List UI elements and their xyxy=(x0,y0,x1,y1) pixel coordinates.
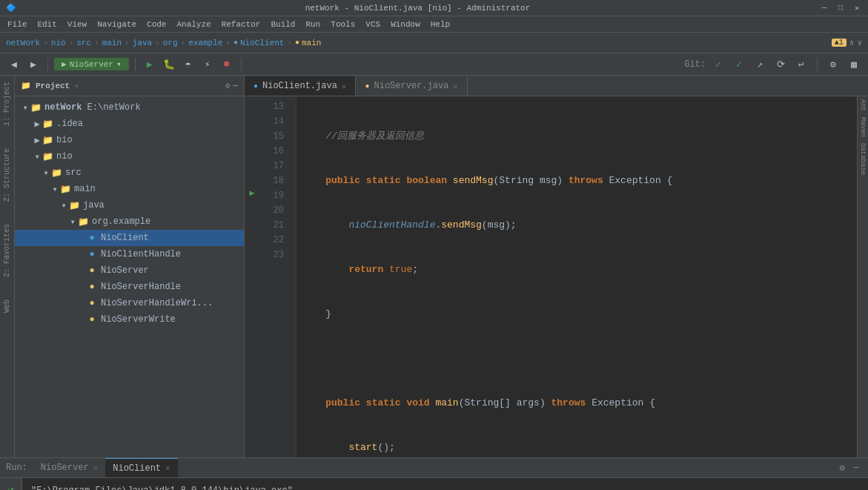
breadcrumb-actions: ▲1 ∧ ∨ xyxy=(832,38,862,47)
bottom-area: Run: NioServer ✕ NioClient ✕ ⚙ — ↺ ↑ ■ ↓… xyxy=(0,457,868,490)
tab-nioclient[interactable]: ● NioClient.java ✕ xyxy=(245,76,356,96)
menu-help[interactable]: Help xyxy=(426,19,454,30)
project-panel-title: Project xyxy=(36,82,70,90)
git-check-icon[interactable]: ✓ xyxy=(710,56,726,73)
menu-analyze[interactable]: Analyze xyxy=(172,19,215,30)
tree-item-org-example[interactable]: ▾ 📁 org.example xyxy=(15,213,244,230)
project-sidebar-label[interactable]: 1: Project xyxy=(3,79,11,129)
settings-button[interactable]: ⚙ xyxy=(825,56,841,73)
tree-item-nioserverwrite[interactable]: ● NioServerWrite xyxy=(15,311,244,328)
profile-button[interactable]: ⚡ xyxy=(199,56,216,73)
undo-button[interactable]: ↩ xyxy=(793,56,809,73)
class-icon-nioserverhandle: ● xyxy=(86,282,98,292)
menu-view[interactable]: View xyxy=(63,19,91,30)
tree-item-nioserverhandlewri[interactable]: ● NioServerHandleWri... xyxy=(15,295,244,311)
run-settings-icon[interactable]: ⚙ xyxy=(837,463,848,474)
menu-window[interactable]: Window xyxy=(386,19,425,30)
breadcrumb-example[interactable]: example xyxy=(188,39,222,47)
run-button[interactable]: ▶ xyxy=(142,56,158,73)
tab-nioserver[interactable]: ● NioServer.java ✕ xyxy=(356,76,467,96)
debug-button[interactable]: 🐛 xyxy=(161,56,177,73)
code-editor[interactable]: ▶ 13 14 15 16 17 18 19 20 21 22 23 xyxy=(245,96,868,457)
breadcrumb-org[interactable]: org xyxy=(163,39,178,47)
menu-run[interactable]: Run xyxy=(301,19,325,30)
tab-close-nioclient[interactable]: ✕ xyxy=(342,82,347,91)
toolbar: ◀ ▶ ▶ NioServer ▾ ▶ 🐛 ☂ ⚡ ■ Git: ✓ ✓ ↗ ⟳… xyxy=(0,53,868,76)
menu-code[interactable]: Code xyxy=(142,19,170,30)
title-bar-right[interactable]: — □ ✕ xyxy=(819,3,862,13)
git-push-icon[interactable]: ↗ xyxy=(752,56,768,73)
minimize-button[interactable]: — xyxy=(819,3,829,13)
run-tab-nioclient-close[interactable]: ✕ xyxy=(165,463,170,473)
project-panel-arrow[interactable]: ▾ xyxy=(74,82,79,90)
tree-item-nio[interactable]: ▾ 📁 nio xyxy=(15,148,244,165)
breadcrumb-netWork[interactable]: netWork xyxy=(6,39,40,47)
git-commit-icon[interactable]: ✓ xyxy=(731,56,747,73)
code-content[interactable]: //回服务器及返回信息 public static boolean sendMs… xyxy=(296,96,857,457)
toolbar-sep-4 xyxy=(817,58,818,71)
run-config-button[interactable]: ▶ NioServer ▾ xyxy=(54,58,129,70)
run-tab-nioclient[interactable]: NioClient ✕ xyxy=(105,458,177,477)
breadcrumb-nioclient[interactable]: ●NioClient xyxy=(233,39,284,47)
menu-build[interactable]: Build xyxy=(266,19,299,30)
project-tree: ▾ 📁 netWork E:\netWork ▶ 📁 .idea ▶ 📁 bio xyxy=(15,96,244,457)
gutter-14 xyxy=(245,111,259,126)
run-restart-icon[interactable]: ↺ xyxy=(3,481,19,490)
tree-item-nioclient[interactable]: ● NioClient xyxy=(15,230,244,246)
gutter-20 xyxy=(245,200,259,215)
line-num-21: 21 xyxy=(259,218,290,233)
tree-item-idea[interactable]: ▶ 📁 .idea xyxy=(15,116,244,132)
tab-close-nioserver[interactable]: ✕ xyxy=(453,82,458,91)
breadcrumb-java[interactable]: java xyxy=(133,39,152,47)
layout-button[interactable]: ▦ xyxy=(846,56,862,73)
favorites-sidebar-label[interactable]: 2: Favorites xyxy=(3,221,11,280)
stop-button[interactable]: ■ xyxy=(219,56,235,73)
database-label[interactable]: Database xyxy=(859,143,867,175)
collapse-icon[interactable]: ∨ xyxy=(857,38,862,47)
forward-button[interactable]: ▶ xyxy=(25,56,42,73)
tree-item-nioserver[interactable]: ● NioServer xyxy=(15,262,244,279)
tree-item-bio[interactable]: ▶ 📁 bio xyxy=(15,132,244,148)
tree-item-root[interactable]: ▾ 📁 netWork E:\netWork xyxy=(15,99,244,116)
tab-icon-nioclient: ● xyxy=(254,82,258,90)
maximize-button[interactable]: □ xyxy=(835,3,846,13)
breadcrumb-src[interactable]: src xyxy=(76,39,91,47)
code-line-18 xyxy=(302,351,851,366)
menu-vcs[interactable]: VCS xyxy=(361,19,385,30)
breadcrumb-main[interactable]: main xyxy=(102,39,122,47)
tree-item-nioclienthandle[interactable]: ● NioClientHandle xyxy=(15,246,244,262)
back-button[interactable]: ◀ xyxy=(6,56,22,73)
breadcrumb-nio[interactable]: nio xyxy=(51,39,66,47)
run-tab-nioserver[interactable]: NioServer ✕ xyxy=(33,458,105,477)
tree-label-nioclienthandle: NioClientHandle xyxy=(101,249,181,259)
tree-item-nioserverhandle[interactable]: ● NioServerHandle xyxy=(15,279,244,295)
run-arrow-icon[interactable]: ▶ xyxy=(249,188,254,199)
git-fetch-icon[interactable]: ⟳ xyxy=(772,56,789,73)
maven-label[interactable]: Maven xyxy=(859,117,867,137)
tree-label-nioserver: NioServer xyxy=(101,265,149,276)
menu-edit[interactable]: Edit xyxy=(33,19,61,30)
title-bar-left: 🔷 xyxy=(6,3,16,13)
breadcrumb-main-method[interactable]: ●main xyxy=(295,39,321,47)
run-tab-nioserver-close[interactable]: ✕ xyxy=(93,463,99,473)
tree-item-java-folder[interactable]: ▾ 📁 java xyxy=(15,197,244,213)
panel-collapse-icon[interactable]: — xyxy=(233,81,238,90)
code-line-15: nioClientHandle.sendMsg(msg); xyxy=(302,218,851,233)
menu-navigate[interactable]: Navigate xyxy=(93,19,141,30)
panel-settings-icon[interactable]: ⚙ xyxy=(225,81,231,90)
expand-icon[interactable]: ∧ xyxy=(849,38,855,47)
menu-refactor[interactable]: Refactor xyxy=(217,19,265,30)
ant-label[interactable]: Ant xyxy=(859,99,867,111)
close-button[interactable]: ✕ xyxy=(852,3,862,13)
tree-label-nioserverhandlewri: NioServerHandleWri... xyxy=(101,298,213,308)
run-close-icon[interactable]: — xyxy=(851,463,862,474)
run-path-line: "E:\Program Files\Java\jdk1.8.0_144\bin\… xyxy=(31,484,859,490)
menu-file[interactable]: File xyxy=(3,19,31,30)
coverage-button[interactable]: ☂ xyxy=(180,56,196,73)
structure-sidebar-label[interactable]: Z: Structure xyxy=(3,145,11,205)
gutter-19[interactable]: ▶ xyxy=(245,185,259,200)
tree-item-main-folder[interactable]: ▾ 📁 main xyxy=(15,181,244,197)
menu-tools[interactable]: Tools xyxy=(326,19,360,30)
web-sidebar-label[interactable]: Web xyxy=(3,297,11,316)
tree-item-src[interactable]: ▾ 📁 src xyxy=(15,165,244,181)
